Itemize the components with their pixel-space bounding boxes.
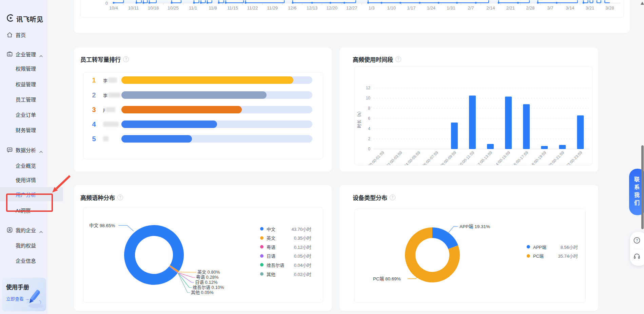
- legend-value: 8.56小时: [561, 244, 578, 250]
- sidebar-item-12[interactable]: 我的企业: [0, 223, 47, 237]
- svg-text:1/17: 1/17: [407, 5, 415, 11]
- sidebar-item-label: 使用详情: [16, 176, 36, 183]
- svg-text:2/7: 2/7: [468, 5, 474, 11]
- bar-track: [121, 135, 312, 143]
- svg-text:8: 8: [368, 106, 370, 111]
- employee-name-masked: [103, 136, 121, 142]
- svg-text:3/7: 3/7: [547, 5, 553, 11]
- ranking-row: 2李: [83, 88, 323, 103]
- sidebar-item-1[interactable]: 企业管理: [0, 47, 47, 61]
- employee-name-masked: ji: [103, 107, 121, 112]
- svg-text:3/28: 3/28: [605, 5, 614, 11]
- sidebar-item-13[interactable]: 我的权益: [0, 238, 63, 252]
- bar-track: [121, 121, 312, 128]
- ranking-row: 1李: [83, 73, 323, 88]
- rank-number: 4: [90, 121, 98, 128]
- svg-text:16:00-17:59: 16:00-17:59: [511, 150, 529, 165]
- legend-value: 35.74小时: [558, 253, 578, 259]
- sidebar-item-7[interactable]: 数据分析: [0, 143, 47, 157]
- legend-label: 粤语: [267, 244, 275, 250]
- svg-text:10/18: 10/18: [148, 5, 159, 11]
- sidebar-item-3[interactable]: 权益管理: [0, 77, 63, 91]
- divider: [633, 249, 642, 249]
- app-logo: 讯飞听见: [5, 14, 43, 24]
- svg-text:11/8: 11/8: [209, 5, 217, 11]
- question-icon[interactable]: ?: [633, 237, 641, 245]
- help-icon[interactable]: ?: [117, 195, 123, 200]
- svg-text:时长（h）: 时长（h）: [357, 109, 362, 128]
- sidebar-item-label: 数据分析: [16, 146, 36, 153]
- sidebar-item-6[interactable]: 财务管理: [0, 123, 63, 137]
- svg-text:1/3: 1/3: [369, 5, 375, 11]
- legend-row[interactable]: 其他0.02小时: [260, 271, 311, 277]
- legend-dot: [527, 245, 530, 248]
- legend-row[interactable]: 中文43.70小时: [260, 226, 311, 232]
- legend-row[interactable]: APP端8.56小时: [527, 244, 578, 250]
- sidebar-item-label: 首页: [16, 31, 26, 38]
- app-title: 讯飞听见: [16, 14, 43, 23]
- analytics-icon: [6, 147, 13, 153]
- sidebar-item-0[interactable]: 首页: [0, 27, 47, 42]
- manual-card[interactable]: 使用手册 立即查看 →: [2, 278, 46, 311]
- legend-value: 0.04小时: [294, 262, 311, 268]
- sidebar-item-2[interactable]: 权限管理: [0, 61, 63, 75]
- usage-trend-panel: 010/410/1110/1810/2511/111/811/1511/2211…: [80, 0, 624, 18]
- legend-label: 维吾尔语: [267, 262, 284, 268]
- svg-text:18:00-19:59: 18:00-19:59: [529, 150, 547, 165]
- legend-row[interactable]: 粤语0.12小时: [260, 244, 311, 250]
- legend-dot: [260, 227, 264, 230]
- sidebar-item-label: 员工管理: [16, 96, 36, 103]
- sidebar-item-5[interactable]: 企业订单: [0, 107, 63, 122]
- help-icon[interactable]: ?: [123, 56, 129, 62]
- svg-text:2/14: 2/14: [486, 5, 495, 11]
- legend-label: 日语: [267, 253, 275, 259]
- scrollbar-up-arrow[interactable]: [641, 2, 644, 5]
- svg-text:12: 12: [366, 86, 371, 90]
- svg-text:11/1: 11/1: [189, 5, 197, 11]
- svg-text:00:00-01:59: 00:00-01:59: [367, 150, 385, 165]
- employee-name-masked: 李: [103, 77, 121, 84]
- employee-name-masked: [103, 122, 121, 127]
- ranking-row: 4: [83, 117, 323, 132]
- time-slots-chart: 024681012时长（h）00:00-01:5902:00-03:5904:0…: [355, 67, 592, 165]
- bar-fill: [121, 91, 267, 99]
- svg-text:10/11: 10/11: [128, 5, 139, 11]
- help-icon[interactable]: ?: [395, 56, 401, 62]
- ranking-row: 3ji: [83, 102, 323, 117]
- svg-text:11/29: 11/29: [267, 5, 278, 11]
- svg-text:12/13: 12/13: [307, 5, 318, 11]
- devices-card-title: 设备类型分布 ?: [353, 193, 395, 202]
- bar-fill: [121, 106, 242, 113]
- sidebar-item-label: 权限管理: [16, 65, 36, 72]
- legend-row[interactable]: 维吾尔语0.04小时: [260, 262, 311, 267]
- sidebar-item-14[interactable]: 企业信息: [0, 253, 63, 267]
- svg-text:2/21: 2/21: [506, 5, 515, 11]
- svg-text:02:00-03:59: 02:00-03:59: [385, 150, 403, 165]
- legend-value: 0.05小时: [294, 253, 311, 259]
- sidebar-item-4[interactable]: 员工管理: [0, 92, 63, 106]
- legend-row[interactable]: 日语0.05小时: [260, 253, 311, 259]
- bar-track: [121, 106, 312, 113]
- scrollbar-thumb[interactable]: [641, 145, 644, 229]
- svg-text:20:00-21:59: 20:00-21:59: [547, 150, 565, 165]
- languages-title-text: 高频语种分布: [80, 193, 115, 202]
- rank-number: 3: [90, 106, 98, 114]
- legend-row[interactable]: PC端35.74小时: [527, 253, 578, 259]
- sidebar-item-8[interactable]: 企业概览: [0, 158, 63, 172]
- svg-text:10:00-11:59: 10:00-11:59: [457, 150, 475, 165]
- legend-dot: [260, 263, 264, 266]
- contact-us-label: 联系我们: [632, 177, 640, 208]
- bar-fill: [121, 135, 192, 143]
- legend-label: 英文: [267, 235, 275, 241]
- sidebar-item-label: 企业管理: [16, 51, 36, 58]
- company-icon: [6, 227, 13, 233]
- svg-text:11/15: 11/15: [227, 5, 238, 11]
- headset-icon[interactable]: [633, 253, 641, 261]
- svg-text:10/4: 10/4: [109, 5, 118, 11]
- svg-text:12/20: 12/20: [326, 5, 337, 11]
- svg-text:12:00-13:59: 12:00-13:59: [475, 150, 493, 165]
- bar-track: [121, 76, 312, 84]
- help-icon[interactable]: ?: [390, 195, 395, 200]
- legend-row[interactable]: 英文0.35小时: [260, 235, 311, 241]
- svg-text:12/6: 12/6: [288, 5, 296, 11]
